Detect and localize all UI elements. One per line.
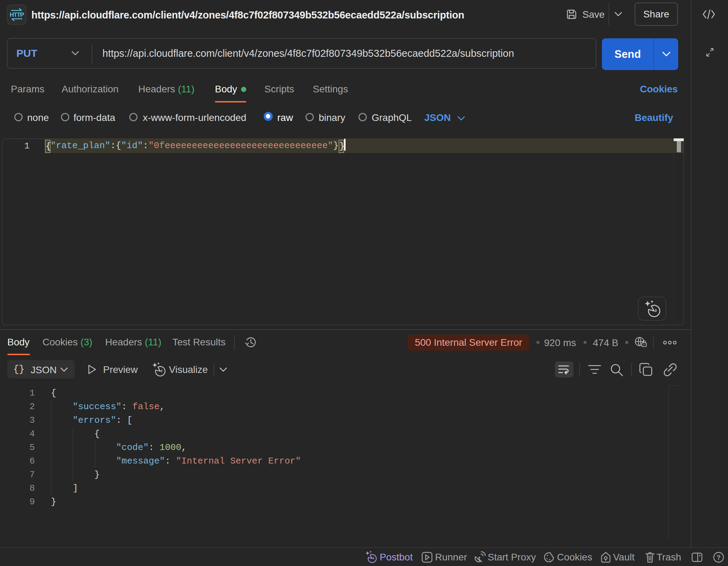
svg-text:HTTP: HTTP [10, 12, 24, 18]
svg-text:?: ? [717, 554, 721, 561]
